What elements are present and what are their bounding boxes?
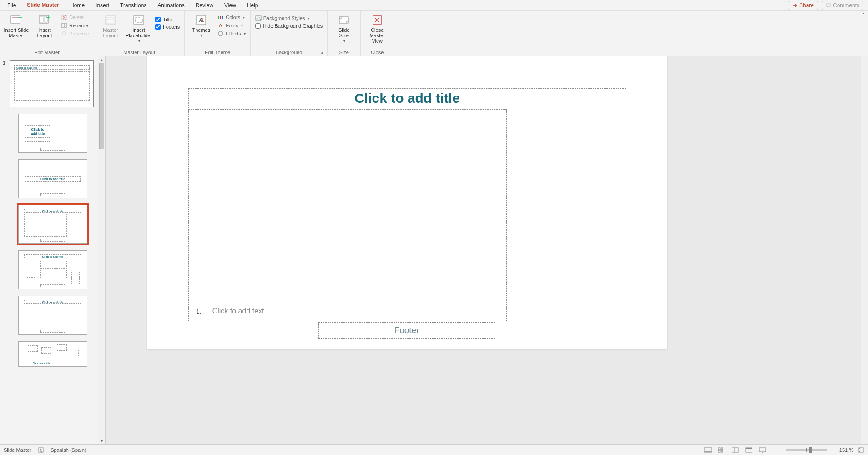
- colors-label: Colors: [226, 15, 240, 20]
- share-label: Share: [799, 2, 814, 9]
- layout-thumbnail-5[interactable]: Click to add title: [18, 296, 87, 335]
- fonts-label: Fonts: [226, 23, 238, 28]
- tab-file[interactable]: File: [2, 1, 21, 10]
- delete-button[interactable]: Delete: [60, 14, 90, 21]
- scroll-down-arrow-icon[interactable]: ▾: [98, 438, 105, 444]
- title-placeholder[interactable]: Click to add title: [188, 88, 626, 108]
- insert-layout-button[interactable]: Insert Layout: [32, 12, 57, 38]
- zoom-slider-thumb[interactable]: [809, 447, 812, 453]
- tree-line: [10, 107, 10, 362]
- chevron-up-icon: ˄: [863, 13, 865, 18]
- fonts-button[interactable]: A Fonts: [217, 22, 246, 29]
- svg-rect-26: [705, 447, 711, 451]
- slideshow-button[interactable]: [758, 446, 767, 454]
- svg-rect-16: [218, 16, 219, 19]
- preserve-button[interactable]: Preserve: [60, 30, 90, 37]
- hide-bg-checkbox-input[interactable]: [255, 23, 261, 29]
- master-layout-button[interactable]: Master Layout: [98, 12, 123, 38]
- background-styles-button[interactable]: Background Styles: [254, 15, 323, 22]
- zoom-slider[interactable]: [786, 449, 827, 451]
- tab-animations[interactable]: Animations: [152, 1, 190, 10]
- insert-layout-icon: [38, 14, 51, 26]
- scrollbar-thumb[interactable]: [99, 63, 104, 149]
- slide-size-label: Slide Size: [338, 27, 349, 38]
- background-dialog-launcher[interactable]: ◢: [319, 50, 324, 55]
- rename-button[interactable]: Rename: [60, 22, 90, 29]
- ribbon-collapse-button[interactable]: ˄: [859, 11, 868, 56]
- list-number: 1.: [196, 308, 202, 315]
- svg-rect-18: [222, 16, 223, 19]
- master-layout-icon: [104, 14, 117, 26]
- thumbnail-scrollbar[interactable]: ▴ ▾: [98, 56, 105, 444]
- accessibility-icon[interactable]: [38, 447, 44, 453]
- fit-to-window-button[interactable]: [858, 447, 864, 453]
- layout-thumbnail-2[interactable]: Click to add title: [18, 159, 87, 198]
- close-icon: [371, 14, 384, 26]
- slide-size-button[interactable]: Slide Size: [331, 12, 357, 43]
- tab-review[interactable]: Review: [190, 1, 219, 10]
- insert-slide-master-button[interactable]: Insert Slide Master: [4, 12, 29, 38]
- zoom-slider-mid-tick: [806, 448, 807, 452]
- layout-thumbnail-6[interactable]: Click to add title: [18, 341, 87, 367]
- footers-checkbox[interactable]: Footers: [154, 24, 181, 30]
- layout-thumbnail-4[interactable]: Click to add title: [18, 250, 87, 289]
- zoom-in-button[interactable]: +: [831, 446, 835, 454]
- tab-transitions[interactable]: Transitions: [115, 1, 152, 10]
- content-placeholder[interactable]: 1. Click to add text: [188, 109, 507, 321]
- layout-thumbnail-3[interactable]: Click to add title: [18, 205, 87, 244]
- svg-rect-30: [721, 450, 723, 452]
- title-checkbox-input[interactable]: [155, 17, 161, 22]
- zoom-out-button[interactable]: −: [777, 446, 781, 454]
- tab-view[interactable]: View: [219, 1, 242, 10]
- zoom-level[interactable]: 151 %: [839, 447, 853, 453]
- group-close-label: Close: [364, 49, 390, 56]
- group-background: Background Styles Hide Background Graphi…: [251, 11, 328, 56]
- svg-rect-17: [220, 16, 221, 19]
- tab-slide-master[interactable]: Slide Master: [21, 0, 65, 10]
- svg-rect-34: [759, 448, 766, 452]
- scroll-up-arrow-icon[interactable]: ▴: [98, 56, 105, 63]
- menu-tabbar: File Slide Master Home Insert Transition…: [0, 0, 868, 11]
- group-size-label: Size: [331, 49, 357, 56]
- content-placeholder-text: Click to add text: [212, 307, 264, 315]
- share-button[interactable]: Share: [788, 1, 818, 10]
- normal-view-button[interactable]: [717, 446, 726, 454]
- group-close: Close Master View Close: [361, 11, 394, 56]
- tab-insert[interactable]: Insert: [90, 1, 115, 10]
- effects-button[interactable]: Effects: [217, 30, 246, 37]
- themes-icon: Aa: [195, 14, 207, 26]
- close-master-view-button[interactable]: Close Master View: [364, 12, 390, 44]
- sorter-view-button[interactable]: [731, 446, 740, 454]
- delete-label: Delete: [69, 15, 84, 20]
- insert-placeholder-button[interactable]: Insert Placeholder: [126, 12, 151, 43]
- group-edit-theme-label: Edit Theme: [188, 49, 246, 56]
- footers-checkbox-input[interactable]: [155, 24, 161, 30]
- svg-rect-33: [746, 448, 752, 449]
- footer-placeholder[interactable]: Footer: [318, 322, 495, 339]
- tab-help[interactable]: Help: [242, 1, 264, 10]
- preserve-label: Preserve: [69, 31, 89, 36]
- svg-rect-22: [339, 17, 348, 23]
- slide[interactable]: Click to add title 1. Click to add text …: [147, 56, 667, 349]
- title-checkbox[interactable]: Title: [154, 16, 181, 23]
- master-thumbnail[interactable]: Click to add title: [10, 60, 94, 107]
- tab-home[interactable]: Home: [65, 1, 90, 10]
- rename-icon: [61, 22, 67, 29]
- insert-layout-label: Insert Layout: [37, 27, 52, 38]
- comments-button[interactable]: Comments: [822, 1, 863, 10]
- layout-thumbnail-1[interactable]: Click toadd title: [18, 114, 87, 153]
- delete-icon: [61, 14, 67, 20]
- themes-button[interactable]: Aa Themes: [188, 12, 214, 38]
- hide-bg-checkbox[interactable]: Hide Background Graphics: [254, 23, 323, 29]
- reading-view-button[interactable]: [744, 446, 753, 454]
- footer-placeholder-text: Footer: [394, 325, 419, 335]
- notes-button[interactable]: [703, 446, 712, 454]
- canvas-scrollbar[interactable]: [861, 56, 868, 444]
- insert-placeholder-icon: [132, 14, 145, 26]
- effects-label: Effects: [226, 31, 241, 36]
- comments-label: Comments: [833, 2, 859, 9]
- status-language[interactable]: Spanish (Spain): [50, 447, 86, 453]
- svg-rect-31: [732, 448, 738, 452]
- colors-icon: [217, 14, 224, 20]
- colors-button[interactable]: Colors: [217, 14, 246, 21]
